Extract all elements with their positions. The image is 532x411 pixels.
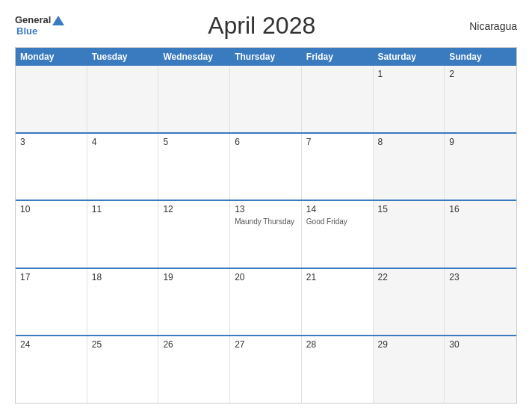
header-day-saturday: Saturday <box>374 48 445 66</box>
day-number: 30 <box>449 339 512 350</box>
cal-cell: 10 <box>16 201 87 268</box>
cal-cell: 22 <box>374 269 445 336</box>
cal-cell: 5 <box>158 134 230 200</box>
cal-cell: 1 <box>374 66 445 132</box>
header: General Blue April 2028 Nicaragua <box>15 12 517 40</box>
calendar-title: April 2028 <box>66 12 457 40</box>
calendar-body: 12345678910111213Maundy Thursday14Good F… <box>16 66 516 403</box>
header-day-wednesday: Wednesday <box>158 48 230 66</box>
cal-cell: 14Good Friday <box>302 201 374 268</box>
logo-general-text: General <box>15 15 51 25</box>
day-number: 4 <box>92 137 154 147</box>
cal-cell: 21 <box>302 269 374 336</box>
cal-cell: 4 <box>87 134 159 200</box>
cal-cell <box>16 66 87 132</box>
holiday-label: Maundy Thursday <box>235 217 297 226</box>
logo-triangle-icon <box>52 16 64 25</box>
day-number: 20 <box>235 272 297 282</box>
day-number: 8 <box>378 137 440 147</box>
day-number: 24 <box>20 339 82 350</box>
header-day-thursday: Thursday <box>230 48 302 66</box>
header-day-tuesday: Tuesday <box>87 48 159 66</box>
cal-cell: 7 <box>302 134 374 200</box>
logo: General Blue <box>15 15 66 37</box>
country-label: Nicaragua <box>457 20 517 32</box>
day-number: 12 <box>163 204 225 214</box>
day-number: 5 <box>163 137 225 147</box>
cal-cell: 30 <box>445 336 516 403</box>
day-number: 26 <box>163 339 225 350</box>
cal-cell: 9 <box>445 134 516 200</box>
week-row-2: 10111213Maundy Thursday14Good Friday1516 <box>16 201 516 269</box>
cal-cell <box>302 66 374 132</box>
day-number: 10 <box>20 204 82 214</box>
day-number: 3 <box>20 137 82 147</box>
day-number: 9 <box>449 137 512 147</box>
logo-blue-text: Blue <box>15 26 66 37</box>
day-number: 11 <box>92 204 154 214</box>
week-row-4: 24252627282930 <box>16 336 516 403</box>
calendar-header: MondayTuesdayWednesdayThursdayFridaySatu… <box>16 48 516 66</box>
calendar: MondayTuesdayWednesdayThursdayFridaySatu… <box>15 47 517 404</box>
day-number: 2 <box>449 69 512 79</box>
cal-cell: 24 <box>16 336 87 403</box>
cal-cell <box>87 66 159 132</box>
day-number: 29 <box>378 339 440 350</box>
cal-cell: 20 <box>230 269 302 336</box>
week-row-1: 3456789 <box>16 134 516 202</box>
day-number: 17 <box>20 272 82 282</box>
day-number: 6 <box>235 137 297 147</box>
cal-cell: 18 <box>87 269 159 336</box>
day-number: 15 <box>378 204 440 214</box>
day-number: 22 <box>378 272 440 282</box>
cal-cell: 27 <box>230 336 302 403</box>
cal-cell: 28 <box>302 336 374 403</box>
day-number: 23 <box>449 272 512 282</box>
cal-cell: 25 <box>87 336 159 403</box>
cal-cell: 2 <box>445 66 516 132</box>
cal-cell: 13Maundy Thursday <box>230 201 302 268</box>
cal-cell: 8 <box>374 134 445 200</box>
day-number: 18 <box>92 272 154 282</box>
day-number: 14 <box>306 204 368 214</box>
day-number: 13 <box>235 204 297 214</box>
cal-cell: 26 <box>158 336 230 403</box>
day-number: 1 <box>378 69 440 79</box>
header-day-friday: Friday <box>302 48 374 66</box>
page: General Blue April 2028 Nicaragua Monday… <box>0 0 532 411</box>
cal-cell: 23 <box>445 269 516 336</box>
day-number: 7 <box>306 137 368 147</box>
logo-general: General <box>15 15 66 25</box>
cal-cell: 6 <box>230 134 302 200</box>
day-number: 28 <box>306 339 368 350</box>
header-day-sunday: Sunday <box>445 48 516 66</box>
day-number: 16 <box>449 204 512 214</box>
cal-cell: 15 <box>374 201 445 268</box>
cal-cell: 12 <box>158 201 230 268</box>
cal-cell: 19 <box>158 269 230 336</box>
day-number: 19 <box>163 272 225 282</box>
day-number: 25 <box>92 339 154 350</box>
cal-cell: 17 <box>16 269 87 336</box>
day-number: 21 <box>306 272 368 282</box>
cal-cell: 3 <box>16 134 87 200</box>
holiday-label: Good Friday <box>306 217 368 226</box>
cal-cell: 29 <box>374 336 445 403</box>
day-number: 27 <box>235 339 297 350</box>
header-day-monday: Monday <box>16 48 87 66</box>
cal-cell <box>158 66 230 132</box>
cal-cell <box>230 66 302 132</box>
week-row-0: 12 <box>16 66 516 134</box>
week-row-3: 17181920212223 <box>16 269 516 337</box>
cal-cell: 16 <box>445 201 516 268</box>
cal-cell: 11 <box>87 201 159 268</box>
